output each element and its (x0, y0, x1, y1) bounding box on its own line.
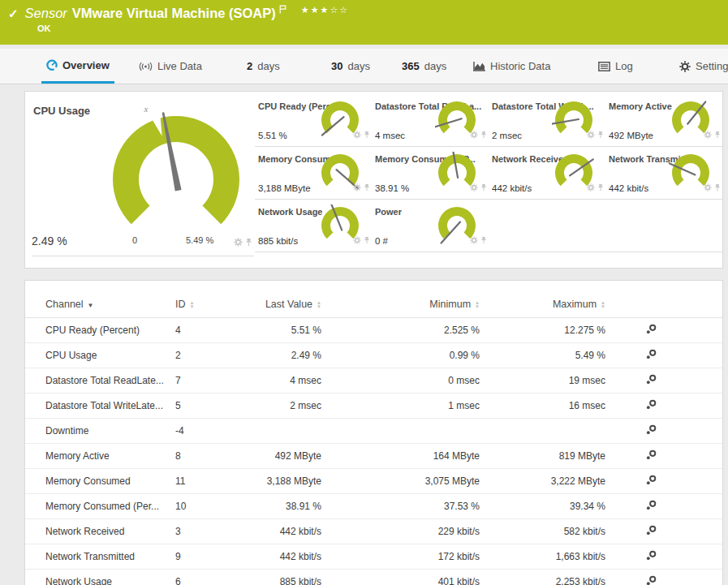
channel-name[interactable]: Datastore Total WriteLate... (25, 394, 175, 419)
channel-actions (626, 544, 722, 570)
channel-settings-icon[interactable] (646, 374, 657, 385)
channel-minimum: 1 msec (342, 394, 500, 419)
channel-last-value: 4 msec (244, 368, 342, 394)
channel-settings-icon[interactable] (646, 475, 657, 485)
gear-icon[interactable] (353, 180, 361, 195)
mini-gauge-memory-consumed-p-: Memory Consumed (P...38.91 % (372, 149, 489, 200)
flag-icon[interactable] (279, 5, 286, 14)
tab-log[interactable]: Log (593, 49, 638, 84)
pin-icon[interactable] (364, 233, 370, 247)
table-header-row: Channel▼ID▲▼Last Value▲▼Minimum▲▼Maximum… (25, 294, 722, 318)
tab-label: Settings (696, 60, 728, 72)
sort-icon: ▲▼ (190, 301, 195, 309)
column-label: Last Value (265, 299, 312, 310)
channel-actions (626, 519, 722, 544)
gear-icon[interactable] (704, 127, 712, 142)
channel-maximum: 5.49 % (500, 343, 626, 368)
table-row-memory-active: Memory Active8492 MByte164 MByte819 MByt… (25, 444, 722, 469)
gear-icon[interactable] (353, 233, 361, 247)
gauge-actions (704, 127, 721, 142)
gear-icon[interactable] (587, 180, 595, 195)
primary-gauge-value: 2.49 % (32, 234, 67, 247)
pin-icon[interactable] (714, 127, 721, 142)
channel-settings-icon[interactable] (646, 500, 657, 510)
tab-label: days (424, 60, 446, 72)
channel-actions (626, 394, 722, 419)
gear-icon[interactable] (234, 235, 243, 250)
channel-name[interactable]: Network Transmitted (25, 544, 175, 570)
table-row-memory-consumed: Memory Consumed113,188 MByte3,075 MByte3… (25, 469, 722, 494)
channel-name[interactable]: Downtime (25, 419, 175, 444)
overview-panel: CPU Usage x 2.49 % 0 5.49 % CPU Ready (P… (24, 91, 723, 269)
channel-settings-icon[interactable] (646, 424, 657, 435)
channel-settings-icon[interactable] (646, 575, 657, 585)
gear-icon[interactable] (353, 127, 361, 142)
pin-icon[interactable] (480, 180, 487, 195)
channel-settings-icon[interactable] (646, 550, 657, 561)
mini-gauge-empty (605, 202, 722, 252)
pin-icon[interactable] (245, 235, 252, 250)
pin-icon[interactable] (480, 127, 487, 142)
mini-gauge-cpu-ready-percent-: CPU Ready (Percent)5.51 % (255, 97, 372, 147)
channel-minimum: 0.99 % (342, 343, 500, 368)
column-maximum[interactable]: Maximum▲▼ (500, 294, 626, 318)
pin-icon[interactable] (480, 233, 487, 247)
primary-gauge-scale-max: 5.49 % (186, 235, 213, 245)
gear-icon[interactable] (470, 180, 478, 195)
column-last-value[interactable]: Last Value▲▼ (244, 294, 342, 318)
channel-id: 3 (175, 519, 244, 544)
channel-actions (626, 494, 722, 519)
channel-name[interactable]: Datastore Total ReadLate... (25, 368, 175, 394)
gear-icon[interactable] (470, 233, 478, 247)
tab-live-data[interactable]: Live Data (134, 49, 207, 84)
channel-name[interactable]: Network Received (25, 519, 175, 544)
gauge-value: 442 kbit/s (609, 183, 648, 193)
channel-table-panel: Channel▼ID▲▼Last Value▲▼Minimum▲▼Maximum… (24, 280, 723, 585)
channel-last-value: 885 kbit/s (244, 570, 342, 585)
channel-name[interactable]: CPU Ready (Percent) (25, 318, 175, 343)
tab-overview[interactable]: Overview (41, 49, 114, 84)
channel-name[interactable]: Memory Consumed (Per... (25, 494, 175, 519)
tab-365-days[interactable]: 365days (397, 49, 451, 84)
channel-maximum: 819 MByte (500, 444, 626, 469)
pin-icon[interactable] (597, 180, 604, 195)
channel-settings-icon[interactable] (646, 349, 657, 359)
channel-last-value: 442 kbit/s (244, 519, 342, 544)
channel-name[interactable]: Memory Consumed (25, 469, 175, 494)
sensor-header: ✓ Sensor VMware Virtual Machine (SOAP) ★… (0, 0, 728, 45)
tab-30-days[interactable]: 30days (326, 49, 375, 84)
tab-label: days (257, 60, 279, 72)
tab-historic-data[interactable]: Historic Data (468, 49, 555, 84)
channel-minimum: 172 kbit/s (342, 544, 500, 570)
channel-name[interactable]: Memory Active (25, 444, 175, 469)
column-id[interactable]: ID▲▼ (175, 294, 244, 318)
pin-icon[interactable] (364, 127, 370, 142)
tab-settings[interactable]: Settings (674, 49, 728, 84)
tab-number: 2 (247, 60, 252, 72)
channel-name[interactable]: Network Usage (25, 570, 175, 585)
gear-icon[interactable] (587, 127, 595, 142)
gear-icon[interactable] (704, 180, 712, 195)
column-minimum[interactable]: Minimum▲▼ (342, 294, 500, 318)
channel-minimum: 2.525 % (342, 318, 500, 343)
pin-icon[interactable] (714, 180, 721, 195)
sort-icon: ▲▼ (317, 301, 321, 309)
channel-actions (626, 318, 722, 343)
table-row-memory-consumed-per-: Memory Consumed (Per...1038.91 %37.53 %3… (25, 494, 722, 519)
channel-settings-icon[interactable] (646, 525, 657, 536)
channel-settings-icon[interactable] (646, 450, 657, 460)
gauge-value: 885 kbit/s (258, 236, 298, 246)
column-channel[interactable]: Channel▼ (25, 294, 175, 318)
pin-icon[interactable] (597, 127, 604, 142)
channel-name[interactable]: CPU Usage (25, 343, 175, 368)
mini-gauge-network-received: Network Received442 kbit/s (489, 149, 605, 200)
channel-settings-icon[interactable] (646, 399, 657, 410)
tab-2-days[interactable]: 2days (242, 49, 285, 84)
pin-icon[interactable] (364, 180, 370, 195)
channel-maximum (500, 419, 626, 444)
gauge-value: 0 # (375, 236, 388, 246)
channel-settings-icon[interactable] (646, 324, 657, 334)
gear-icon[interactable] (470, 127, 478, 142)
star-rating[interactable]: ★★★☆☆ (301, 5, 349, 15)
sort-icon: ▲▼ (601, 301, 605, 309)
